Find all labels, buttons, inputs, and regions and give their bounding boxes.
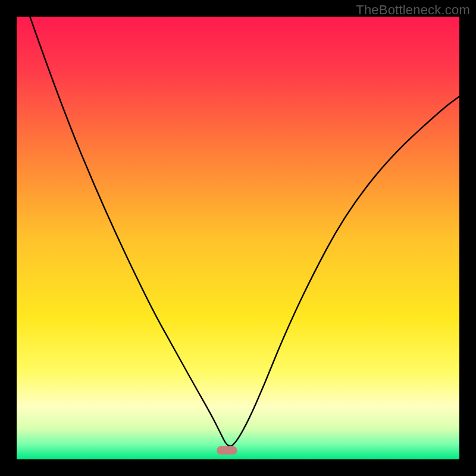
bottleneck-chart	[0, 0, 476, 476]
chart-stage: TheBottleneck.com	[0, 0, 476, 476]
attribution-text: TheBottleneck.com	[356, 2, 470, 18]
plot-background	[17, 17, 459, 459]
min-marker	[217, 446, 237, 455]
